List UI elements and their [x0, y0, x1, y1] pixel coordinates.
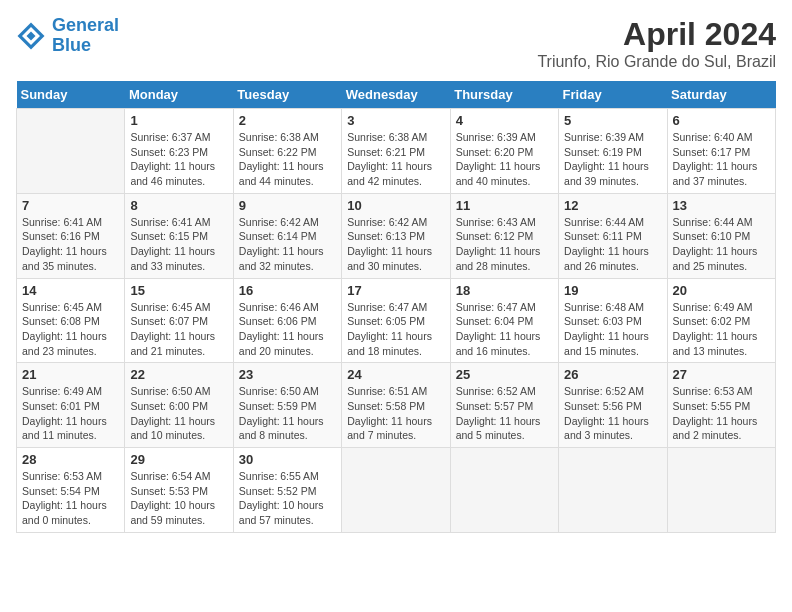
day-info: Sunrise: 6:55 AM Sunset: 5:52 PM Dayligh…: [239, 469, 336, 528]
day-info: Sunrise: 6:39 AM Sunset: 6:20 PM Dayligh…: [456, 130, 553, 189]
calendar-cell: 2Sunrise: 6:38 AM Sunset: 6:22 PM Daylig…: [233, 109, 341, 194]
day-info: Sunrise: 6:37 AM Sunset: 6:23 PM Dayligh…: [130, 130, 227, 189]
day-info: Sunrise: 6:42 AM Sunset: 6:14 PM Dayligh…: [239, 215, 336, 274]
day-number: 10: [347, 198, 444, 213]
logo-line1: General: [52, 15, 119, 35]
day-info: Sunrise: 6:40 AM Sunset: 6:17 PM Dayligh…: [673, 130, 770, 189]
day-info: Sunrise: 6:49 AM Sunset: 6:01 PM Dayligh…: [22, 384, 119, 443]
week-row-3: 14Sunrise: 6:45 AM Sunset: 6:08 PM Dayli…: [17, 278, 776, 363]
header-day-sunday: Sunday: [17, 81, 125, 109]
calendar-header: SundayMondayTuesdayWednesdayThursdayFrid…: [17, 81, 776, 109]
calendar-cell: 8Sunrise: 6:41 AM Sunset: 6:15 PM Daylig…: [125, 193, 233, 278]
header-day-monday: Monday: [125, 81, 233, 109]
calendar-cell: 18Sunrise: 6:47 AM Sunset: 6:04 PM Dayli…: [450, 278, 558, 363]
day-info: Sunrise: 6:45 AM Sunset: 6:08 PM Dayligh…: [22, 300, 119, 359]
day-info: Sunrise: 6:47 AM Sunset: 6:05 PM Dayligh…: [347, 300, 444, 359]
day-info: Sunrise: 6:42 AM Sunset: 6:13 PM Dayligh…: [347, 215, 444, 274]
day-info: Sunrise: 6:50 AM Sunset: 5:59 PM Dayligh…: [239, 384, 336, 443]
calendar-cell: [450, 448, 558, 533]
calendar-cell: 11Sunrise: 6:43 AM Sunset: 6:12 PM Dayli…: [450, 193, 558, 278]
day-info: Sunrise: 6:53 AM Sunset: 5:54 PM Dayligh…: [22, 469, 119, 528]
day-number: 23: [239, 367, 336, 382]
day-number: 24: [347, 367, 444, 382]
day-info: Sunrise: 6:44 AM Sunset: 6:11 PM Dayligh…: [564, 215, 661, 274]
day-info: Sunrise: 6:53 AM Sunset: 5:55 PM Dayligh…: [673, 384, 770, 443]
day-number: 4: [456, 113, 553, 128]
calendar-cell: 22Sunrise: 6:50 AM Sunset: 6:00 PM Dayli…: [125, 363, 233, 448]
calendar-cell: 19Sunrise: 6:48 AM Sunset: 6:03 PM Dayli…: [559, 278, 667, 363]
calendar-cell: 6Sunrise: 6:40 AM Sunset: 6:17 PM Daylig…: [667, 109, 775, 194]
day-number: 11: [456, 198, 553, 213]
day-number: 18: [456, 283, 553, 298]
header-row: SundayMondayTuesdayWednesdayThursdayFrid…: [17, 81, 776, 109]
calendar-cell: 17Sunrise: 6:47 AM Sunset: 6:05 PM Dayli…: [342, 278, 450, 363]
header-day-thursday: Thursday: [450, 81, 558, 109]
calendar-cell: 29Sunrise: 6:54 AM Sunset: 5:53 PM Dayli…: [125, 448, 233, 533]
calendar-cell: 23Sunrise: 6:50 AM Sunset: 5:59 PM Dayli…: [233, 363, 341, 448]
day-info: Sunrise: 6:49 AM Sunset: 6:02 PM Dayligh…: [673, 300, 770, 359]
day-info: Sunrise: 6:44 AM Sunset: 6:10 PM Dayligh…: [673, 215, 770, 274]
day-info: Sunrise: 6:43 AM Sunset: 6:12 PM Dayligh…: [456, 215, 553, 274]
header-day-friday: Friday: [559, 81, 667, 109]
day-number: 22: [130, 367, 227, 382]
calendar-cell: 5Sunrise: 6:39 AM Sunset: 6:19 PM Daylig…: [559, 109, 667, 194]
day-number: 25: [456, 367, 553, 382]
day-info: Sunrise: 6:50 AM Sunset: 6:00 PM Dayligh…: [130, 384, 227, 443]
calendar-cell: 28Sunrise: 6:53 AM Sunset: 5:54 PM Dayli…: [17, 448, 125, 533]
calendar-cell: 3Sunrise: 6:38 AM Sunset: 6:21 PM Daylig…: [342, 109, 450, 194]
day-info: Sunrise: 6:54 AM Sunset: 5:53 PM Dayligh…: [130, 469, 227, 528]
calendar-cell: 9Sunrise: 6:42 AM Sunset: 6:14 PM Daylig…: [233, 193, 341, 278]
day-info: Sunrise: 6:38 AM Sunset: 6:21 PM Dayligh…: [347, 130, 444, 189]
day-number: 9: [239, 198, 336, 213]
calendar-cell: 26Sunrise: 6:52 AM Sunset: 5:56 PM Dayli…: [559, 363, 667, 448]
page-header: General Blue April 2024 Triunfo, Rio Gra…: [16, 16, 776, 71]
logo-line2: Blue: [52, 35, 91, 55]
day-info: Sunrise: 6:41 AM Sunset: 6:15 PM Dayligh…: [130, 215, 227, 274]
calendar-cell: 1Sunrise: 6:37 AM Sunset: 6:23 PM Daylig…: [125, 109, 233, 194]
calendar-cell: 13Sunrise: 6:44 AM Sunset: 6:10 PM Dayli…: [667, 193, 775, 278]
day-number: 26: [564, 367, 661, 382]
week-row-2: 7Sunrise: 6:41 AM Sunset: 6:16 PM Daylig…: [17, 193, 776, 278]
logo-text: General Blue: [52, 16, 119, 56]
day-number: 12: [564, 198, 661, 213]
day-number: 28: [22, 452, 119, 467]
day-number: 29: [130, 452, 227, 467]
calendar-cell: 24Sunrise: 6:51 AM Sunset: 5:58 PM Dayli…: [342, 363, 450, 448]
calendar-cell: 20Sunrise: 6:49 AM Sunset: 6:02 PM Dayli…: [667, 278, 775, 363]
day-number: 14: [22, 283, 119, 298]
logo: General Blue: [16, 16, 119, 56]
day-number: 7: [22, 198, 119, 213]
calendar-cell: [17, 109, 125, 194]
day-info: Sunrise: 6:52 AM Sunset: 5:56 PM Dayligh…: [564, 384, 661, 443]
day-info: Sunrise: 6:51 AM Sunset: 5:58 PM Dayligh…: [347, 384, 444, 443]
calendar-cell: 21Sunrise: 6:49 AM Sunset: 6:01 PM Dayli…: [17, 363, 125, 448]
header-day-wednesday: Wednesday: [342, 81, 450, 109]
day-number: 2: [239, 113, 336, 128]
calendar-cell: 27Sunrise: 6:53 AM Sunset: 5:55 PM Dayli…: [667, 363, 775, 448]
day-info: Sunrise: 6:45 AM Sunset: 6:07 PM Dayligh…: [130, 300, 227, 359]
calendar-cell: 4Sunrise: 6:39 AM Sunset: 6:20 PM Daylig…: [450, 109, 558, 194]
calendar-cell: 25Sunrise: 6:52 AM Sunset: 5:57 PM Dayli…: [450, 363, 558, 448]
calendar-cell: 12Sunrise: 6:44 AM Sunset: 6:11 PM Dayli…: [559, 193, 667, 278]
day-info: Sunrise: 6:46 AM Sunset: 6:06 PM Dayligh…: [239, 300, 336, 359]
calendar-cell: [342, 448, 450, 533]
day-number: 17: [347, 283, 444, 298]
day-number: 1: [130, 113, 227, 128]
calendar-cell: 14Sunrise: 6:45 AM Sunset: 6:08 PM Dayli…: [17, 278, 125, 363]
day-number: 16: [239, 283, 336, 298]
day-number: 19: [564, 283, 661, 298]
calendar-cell: [667, 448, 775, 533]
week-row-4: 21Sunrise: 6:49 AM Sunset: 6:01 PM Dayli…: [17, 363, 776, 448]
day-number: 3: [347, 113, 444, 128]
day-number: 30: [239, 452, 336, 467]
day-info: Sunrise: 6:39 AM Sunset: 6:19 PM Dayligh…: [564, 130, 661, 189]
day-number: 21: [22, 367, 119, 382]
day-number: 20: [673, 283, 770, 298]
header-day-saturday: Saturday: [667, 81, 775, 109]
day-number: 15: [130, 283, 227, 298]
calendar-body: 1Sunrise: 6:37 AM Sunset: 6:23 PM Daylig…: [17, 109, 776, 533]
day-info: Sunrise: 6:52 AM Sunset: 5:57 PM Dayligh…: [456, 384, 553, 443]
calendar-subtitle: Triunfo, Rio Grande do Sul, Brazil: [537, 53, 776, 71]
calendar-cell: 30Sunrise: 6:55 AM Sunset: 5:52 PM Dayli…: [233, 448, 341, 533]
day-info: Sunrise: 6:41 AM Sunset: 6:16 PM Dayligh…: [22, 215, 119, 274]
